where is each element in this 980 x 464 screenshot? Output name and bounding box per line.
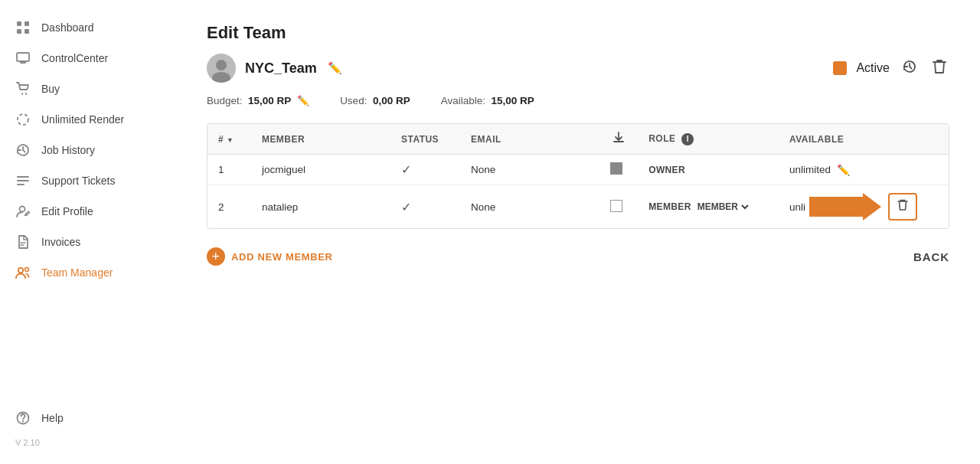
svg-rect-2 — [17, 29, 21, 34]
users-icon — [15, 265, 31, 280]
sidebar: Dashboard ControlCenter Buy Unlimited Re… — [0, 0, 176, 464]
svg-point-6 — [25, 93, 27, 94]
row1-num: 1 — [207, 155, 251, 185]
row1-edit-available-icon[interactable]: ✏️ — [837, 164, 850, 176]
table-row: 1 jocmiguel ✓ None OWNER unlimited ✏️ — [207, 155, 949, 185]
list-icon — [15, 173, 31, 188]
row2-num: 2 — [207, 185, 251, 229]
monitor-icon — [15, 51, 31, 66]
table-header-row: # ▼ MEMBER STATUS EMAIL ROLE i AVAILABLE — [207, 124, 949, 155]
budget-edit-icon[interactable]: ✏️ — [297, 95, 309, 106]
used-field: Used: 0,00 RP — [340, 95, 410, 106]
row1-role: OWNER — [638, 155, 779, 185]
sidebar-item-job-history[interactable]: Job History — [0, 135, 176, 165]
back-btn[interactable]: BACK — [913, 250, 949, 263]
available-value: 15,00 RP — [492, 95, 534, 106]
main-content: Edit Team NYC_Team ✏️ Active Budget: — [176, 0, 980, 464]
svg-rect-4 — [17, 53, 29, 61]
svg-point-8 — [20, 207, 25, 212]
add-member-btn[interactable]: + ADD NEW MEMBER — [207, 247, 333, 266]
grid-icon — [15, 20, 31, 35]
row2-email: None — [460, 185, 599, 229]
version-label: V 2.10 — [0, 433, 176, 452]
delete-team-btn[interactable] — [929, 56, 949, 81]
row2-available: unli — [779, 185, 949, 229]
budget-row: Budget: 15,00 RP ✏️ Used: 0,00 RP Availa… — [207, 95, 949, 106]
svg-point-5 — [21, 93, 23, 94]
used-value: 0,00 RP — [373, 95, 410, 106]
svg-rect-0 — [17, 21, 21, 26]
members-table-container: # ▼ MEMBER STATUS EMAIL ROLE i AVAILABLE — [207, 123, 949, 229]
sidebar-item-unlimited-render[interactable]: Unlimited Render — [0, 104, 176, 135]
table-row: 2 nataliep ✓ None MEMBER MEMBER OWNER — [207, 185, 949, 229]
sidebar-item-buy[interactable]: Buy — [0, 74, 176, 104]
sidebar-item-control-center-label: ControlCenter — [41, 52, 108, 64]
col-available-header: AVAILABLE — [779, 124, 949, 155]
row2-member: nataliep — [251, 185, 390, 229]
history-icon — [15, 142, 31, 158]
sidebar-item-help[interactable]: Help — [0, 403, 176, 433]
row2-status: ✓ — [390, 185, 460, 229]
sidebar-item-team-manager-label: Team Manager — [41, 266, 113, 279]
sidebar-item-edit-profile[interactable]: Edit Profile — [0, 196, 176, 227]
sidebar-item-buy-label: Buy — [41, 83, 60, 95]
col-email-header: EMAIL — [460, 124, 599, 155]
svg-point-9 — [18, 268, 23, 273]
svg-rect-1 — [24, 21, 29, 26]
sidebar-item-dashboard-label: Dashboard — [41, 21, 94, 34]
row2-role-select[interactable]: MEMBER OWNER — [694, 201, 751, 213]
sidebar-item-team-manager[interactable]: Team Manager — [0, 257, 176, 288]
sidebar-item-job-history-label: Job History — [41, 144, 95, 156]
sidebar-item-invoices[interactable]: Invoices — [0, 227, 176, 257]
row1-available: unlimited ✏️ — [779, 155, 949, 185]
sidebar-item-unlimited-render-label: Unlimited Render — [41, 113, 124, 126]
circle-dashed-icon — [15, 112, 31, 127]
row1-status: ✓ — [390, 155, 460, 185]
team-name-edit-icon[interactable]: ✏️ — [328, 61, 342, 75]
team-header: NYC_Team ✏️ Active — [207, 54, 949, 83]
add-member-label: ADD NEW MEMBER — [231, 251, 333, 263]
svg-point-13 — [216, 60, 227, 70]
status-dot — [833, 61, 847, 75]
col-status-header: STATUS — [390, 124, 460, 155]
col-download-header — [599, 124, 638, 155]
add-circle-icon: + — [207, 247, 225, 266]
action-row: + ADD NEW MEMBER BACK — [207, 247, 949, 266]
cart-icon — [15, 81, 31, 96]
history-btn[interactable] — [899, 56, 920, 81]
status-label: Active — [856, 61, 890, 75]
sidebar-item-invoices-label: Invoices — [41, 236, 80, 248]
team-name: NYC_Team — [245, 60, 317, 77]
row1-download — [599, 155, 638, 185]
sidebar-item-support-tickets[interactable]: Support Tickets — [0, 165, 176, 196]
col-num-header[interactable]: # ▼ — [207, 124, 251, 155]
svg-point-7 — [18, 114, 28, 125]
sidebar-item-edit-profile-label: Edit Profile — [41, 205, 93, 217]
col-role-header: ROLE i — [638, 124, 779, 155]
user-edit-icon — [15, 204, 31, 219]
svg-rect-3 — [24, 29, 29, 34]
members-table: # ▼ MEMBER STATUS EMAIL ROLE i AVAILABLE — [207, 124, 949, 228]
row2-role: MEMBER MEMBER OWNER — [638, 185, 779, 229]
svg-point-10 — [25, 268, 29, 272]
available-field: Available: 15,00 RP — [441, 95, 534, 106]
team-status-area: Active — [833, 56, 949, 81]
row2-download — [599, 185, 638, 229]
budget-value: 15,00 RP — [248, 95, 291, 106]
col-member-header: MEMBER — [251, 124, 390, 155]
help-icon — [15, 410, 31, 426]
sidebar-help-label: Help — [41, 412, 64, 424]
sidebar-item-support-tickets-label: Support Tickets — [41, 175, 116, 187]
row2-delete-btn[interactable] — [888, 193, 917, 221]
sidebar-item-dashboard[interactable]: Dashboard — [0, 12, 176, 43]
team-avatar — [207, 54, 236, 83]
file-icon — [15, 234, 31, 250]
sidebar-item-control-center[interactable]: ControlCenter — [0, 43, 176, 74]
row1-member: jocmiguel — [251, 155, 390, 185]
page-title: Edit Team — [207, 23, 949, 43]
row1-email: None — [460, 155, 599, 185]
budget-field: Budget: 15,00 RP ✏️ — [207, 95, 309, 106]
